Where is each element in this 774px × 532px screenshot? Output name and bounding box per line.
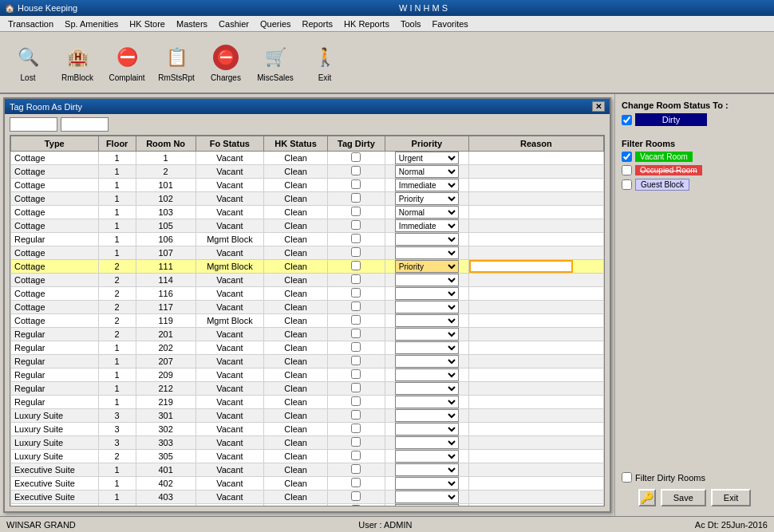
cell-priority[interactable]: NormalUrgentImmediatePriority: [385, 477, 469, 491]
priority-select[interactable]: NormalUrgentImmediatePriority: [395, 260, 459, 273]
cell-reason[interactable]: [468, 477, 603, 491]
filter-input-1[interactable]: [10, 117, 57, 132]
cell-priority[interactable]: NormalUrgentImmediatePriority: [385, 219, 469, 233]
cell-reason[interactable]: [468, 301, 603, 314]
tag-dirty-checkbox[interactable]: [351, 315, 361, 325]
cell-tag-dirty[interactable]: [327, 477, 385, 491]
cell-priority[interactable]: NormalUrgentImmediatePriority: [385, 423, 469, 436]
priority-select[interactable]: NormalUrgentImmediatePriority: [395, 477, 459, 490]
cell-reason[interactable]: [468, 450, 603, 463]
menu-queries[interactable]: Queries: [255, 18, 296, 30]
cell-tag-dirty[interactable]: [327, 246, 385, 260]
priority-select[interactable]: NormalUrgentImmediatePriority: [395, 491, 459, 503]
filter-vacant-checkbox[interactable]: [622, 152, 632, 162]
cell-tag-dirty[interactable]: [327, 504, 385, 507]
cell-reason[interactable]: [468, 382, 603, 396]
tag-dirty-checkbox[interactable]: [351, 505, 361, 506]
menu-favorites[interactable]: Favorites: [428, 18, 473, 30]
cell-reason[interactable]: [468, 260, 603, 274]
cell-priority[interactable]: NormalUrgentImmediatePriority: [385, 246, 469, 260]
cell-tag-dirty[interactable]: [327, 436, 385, 450]
cell-reason[interactable]: [468, 355, 603, 368]
cell-priority[interactable]: NormalUrgentImmediatePriority: [385, 463, 469, 477]
cell-priority[interactable]: NormalUrgentImmediatePriority: [385, 233, 469, 246]
tag-dirty-checkbox[interactable]: [351, 437, 361, 447]
cell-reason[interactable]: [468, 192, 603, 206]
tag-dirty-checkbox[interactable]: [351, 193, 361, 203]
cell-reason[interactable]: [468, 246, 603, 260]
tag-dirty-checkbox[interactable]: [351, 342, 361, 352]
priority-select[interactable]: NormalUrgentImmediatePriority: [395, 436, 459, 449]
cell-tag-dirty[interactable]: [327, 341, 385, 355]
cell-tag-dirty[interactable]: [327, 274, 385, 287]
cell-priority[interactable]: NormalUrgentImmediatePriority: [385, 396, 469, 409]
priority-select[interactable]: NormalUrgentImmediatePriority: [395, 504, 459, 506]
priority-select[interactable]: NormalUrgentImmediatePriority: [395, 219, 459, 232]
tag-dirty-checkbox[interactable]: [351, 464, 361, 474]
rmstatus-button[interactable]: 📋 RmStsRpt: [153, 37, 199, 87]
cell-reason[interactable]: [468, 233, 603, 246]
info-button[interactable]: 🔑: [638, 489, 656, 506]
cell-tag-dirty[interactable]: [327, 165, 385, 179]
dialog-close-button[interactable]: ✕: [592, 101, 605, 112]
tag-dirty-checkbox[interactable]: [351, 329, 361, 338]
tag-dirty-checkbox[interactable]: [351, 301, 361, 311]
priority-select[interactable]: NormalUrgentImmediatePriority: [395, 246, 459, 259]
tag-dirty-checkbox[interactable]: [351, 410, 361, 420]
priority-select[interactable]: NormalUrgentImmediatePriority: [395, 423, 459, 435]
charges-button[interactable]: ⛔ Charges: [203, 37, 249, 87]
cell-tag-dirty[interactable]: [327, 328, 385, 341]
cell-tag-dirty[interactable]: [327, 287, 385, 301]
exit-button[interactable]: 🚶 Exit: [302, 37, 348, 87]
priority-select[interactable]: NormalUrgentImmediatePriority: [395, 409, 459, 422]
cell-priority[interactable]: NormalUrgentImmediatePriority: [385, 301, 469, 314]
cell-reason[interactable]: [468, 423, 603, 436]
dirty-checkbox[interactable]: [622, 115, 632, 125]
cell-tag-dirty[interactable]: [327, 382, 385, 396]
tag-dirty-checkbox[interactable]: [351, 220, 361, 230]
cell-reason[interactable]: [468, 341, 603, 355]
priority-select[interactable]: NormalUrgentImmediatePriority: [395, 463, 459, 476]
cell-priority[interactable]: NormalUrgentImmediatePriority: [385, 450, 469, 463]
room-table-container[interactable]: Type Floor Room No Fo Status HK Status T…: [10, 135, 605, 506]
cell-priority[interactable]: NormalUrgentImmediatePriority: [385, 165, 469, 179]
cell-priority[interactable]: NormalUrgentImmediatePriority: [385, 152, 469, 165]
menu-hk-reports[interactable]: HK Reports: [339, 18, 394, 30]
filter-guest-block-checkbox[interactable]: [622, 179, 632, 190]
tag-dirty-checkbox[interactable]: [351, 396, 361, 406]
priority-select[interactable]: NormalUrgentImmediatePriority: [395, 368, 459, 381]
cell-reason[interactable]: [468, 152, 603, 165]
cell-priority[interactable]: NormalUrgentImmediatePriority: [385, 382, 469, 396]
priority-select[interactable]: NormalUrgentImmediatePriority: [395, 206, 459, 219]
cell-priority[interactable]: NormalUrgentImmediatePriority: [385, 179, 469, 192]
cell-tag-dirty[interactable]: [327, 206, 385, 219]
menu-hk-store[interactable]: HK Store: [124, 18, 170, 30]
cell-tag-dirty[interactable]: [327, 450, 385, 463]
cell-tag-dirty[interactable]: [327, 396, 385, 409]
cell-tag-dirty[interactable]: [327, 409, 385, 423]
priority-select[interactable]: NormalUrgentImmediatePriority: [395, 396, 459, 408]
cell-reason[interactable]: [468, 179, 603, 192]
priority-select[interactable]: NormalUrgentImmediatePriority: [395, 450, 459, 463]
cell-priority[interactable]: NormalUrgentImmediatePriority: [385, 314, 469, 328]
tag-dirty-checkbox[interactable]: [351, 288, 361, 298]
cell-tag-dirty[interactable]: [327, 355, 385, 368]
cell-priority[interactable]: NormalUrgentImmediatePriority: [385, 504, 469, 507]
cell-priority[interactable]: NormalUrgentImmediatePriority: [385, 328, 469, 341]
menu-transaction[interactable]: Transaction: [3, 18, 58, 30]
menu-cashier[interactable]: Cashier: [214, 18, 254, 30]
tag-dirty-checkbox[interactable]: [351, 179, 361, 189]
lost-button[interactable]: 🔍 Lost: [5, 37, 51, 87]
cell-priority[interactable]: NormalUrgentImmediatePriority: [385, 274, 469, 287]
filter-occupied-checkbox[interactable]: [622, 165, 632, 175]
cell-priority[interactable]: NormalUrgentImmediatePriority: [385, 287, 469, 301]
tag-dirty-checkbox[interactable]: [351, 274, 361, 284]
menu-sp-amenities[interactable]: Sp. Amenities: [60, 18, 123, 30]
cell-reason[interactable]: [468, 463, 603, 477]
tag-dirty-checkbox[interactable]: [351, 207, 361, 216]
priority-select[interactable]: NormalUrgentImmediatePriority: [395, 274, 459, 286]
cell-tag-dirty[interactable]: [327, 463, 385, 477]
cell-tag-dirty[interactable]: [327, 368, 385, 382]
cell-tag-dirty[interactable]: [327, 219, 385, 233]
cell-reason[interactable]: [468, 206, 603, 219]
